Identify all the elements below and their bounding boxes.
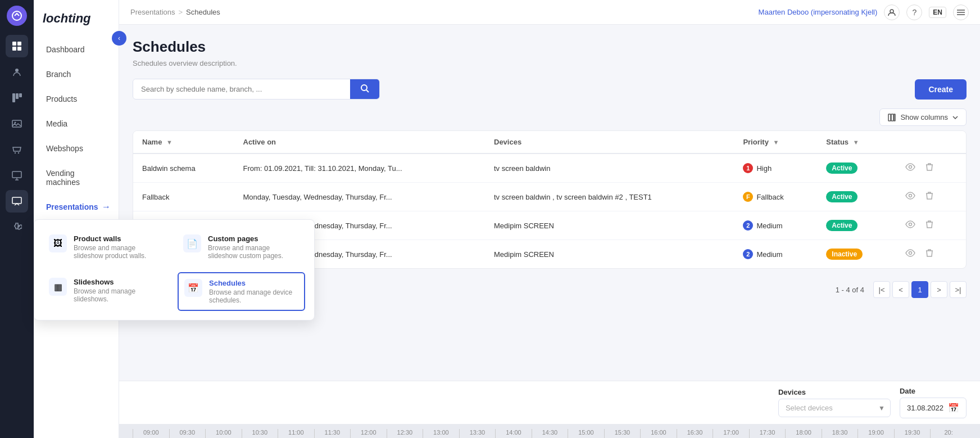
svg-point-5 <box>15 69 19 72</box>
menu-item-custom-pages[interactable]: 📄 Custom pages Browse and manage slidesh… <box>178 229 305 265</box>
sidebar-item-products[interactable]: Products <box>37 87 115 111</box>
cell-name-0: Baldwin schema <box>133 153 234 183</box>
svg-point-0 <box>12 11 21 20</box>
language-selector[interactable]: EN <box>929 7 946 18</box>
calendar-icon[interactable]: 📅 <box>948 403 959 413</box>
nav-icon-presentation[interactable] <box>6 190 28 213</box>
menu-desc-schedules: Browse and manage device schedules. <box>209 288 298 304</box>
cell-priority-3: 2 Medium <box>734 240 817 269</box>
view-button-2[interactable] <box>903 219 918 232</box>
status-badge-0: Active <box>826 162 858 174</box>
nav-icon-dashboard[interactable] <box>6 35 28 57</box>
view-button-1[interactable] <box>903 191 918 203</box>
name-filter-icon[interactable]: ▼ <box>166 139 173 146</box>
col-name[interactable]: Name ▼ <box>133 131 234 153</box>
priority-dot-indicator-2: 2 <box>743 220 753 231</box>
menu-icon[interactable] <box>953 4 969 20</box>
cell-priority-0: 1 High <box>734 153 817 183</box>
cell-devices-3: Medipim SCREEN <box>485 240 734 269</box>
cell-name-1: Fallback <box>133 183 234 211</box>
timeline-mark: 09:30 <box>169 429 206 438</box>
sidebar-item-vending-machines[interactable]: Vending machines <box>37 161 115 195</box>
sidebar-item-dashboard[interactable]: Dashboard <box>37 37 115 62</box>
page-last-button[interactable]: >| <box>950 281 967 298</box>
show-columns-row: Show columns <box>133 109 967 126</box>
breadcrumb-separator: > <box>179 8 183 16</box>
sidebar-item-presentations[interactable]: Presentations → <box>37 195 115 219</box>
page-first-button[interactable]: |< <box>873 281 890 298</box>
cell-actions-2 <box>894 211 966 240</box>
timeline-mark: 13:30 <box>459 429 496 438</box>
sidebar-item-branch[interactable]: Branch <box>37 62 115 87</box>
topbar-right: Maarten Deboo (impersonating Kjell) ? EN <box>759 4 969 20</box>
delete-button-0[interactable] <box>923 161 936 175</box>
delete-button-2[interactable] <box>923 219 936 232</box>
priority-dot-2: 2 Medium <box>743 220 782 231</box>
timeline-mark: 10:00 <box>205 429 242 438</box>
priority-filter-icon[interactable]: ▼ <box>773 139 779 146</box>
date-input-wrapper[interactable]: 31.08.2022 📅 <box>900 398 967 418</box>
nav-icon-puzzle[interactable] <box>6 216 28 238</box>
col-priority[interactable]: Priority ▼ <box>734 131 817 153</box>
view-button-0[interactable] <box>903 162 918 174</box>
menu-desc-product-walls: Browse and manage slideshow product wall… <box>74 244 165 260</box>
search-button[interactable] <box>350 79 379 99</box>
menu-icon-custom-pages: 📄 <box>183 234 201 252</box>
svg-point-11 <box>15 152 16 153</box>
nav-icon-person[interactable] <box>6 61 28 83</box>
sidebar-item-media[interactable]: Media <box>37 111 115 136</box>
svg-rect-6 <box>12 93 15 102</box>
pagination-info: 1 - 4 of 4 <box>836 286 864 294</box>
user-impersonation[interactable]: Maarten Deboo (impersonating Kjell) <box>759 8 878 16</box>
collapse-button[interactable]: ‹ <box>112 31 126 46</box>
page-area: Schedules Schedules overview description… <box>119 25 980 381</box>
topbar: Presentations > Schedules Maarten Deboo … <box>119 0 980 25</box>
user-avatar-icon[interactable] <box>884 4 900 20</box>
timeline-mark: 19:00 <box>858 429 894 438</box>
view-button-3[interactable] <box>903 248 918 260</box>
status-filter-icon[interactable]: ▼ <box>853 139 859 146</box>
cell-actions-0 <box>894 153 966 183</box>
table-row: Fallback Monday, Tuesday, Wednesday, Thu… <box>133 183 966 211</box>
devices-select[interactable]: Select devices <box>778 399 891 417</box>
page-prev-button[interactable]: < <box>892 281 909 298</box>
show-columns-button[interactable]: Show columns <box>879 109 967 126</box>
menu-item-product-walls[interactable]: 🖼 Product walls Browse and manage slides… <box>43 229 171 265</box>
svg-rect-8 <box>19 93 22 97</box>
timeline-mark: 15:30 <box>604 429 641 438</box>
nav-icon-image[interactable] <box>6 112 28 135</box>
row-actions-2 <box>903 219 957 232</box>
help-icon[interactable]: ? <box>906 4 922 20</box>
page-description: Schedules overview description. <box>133 59 967 67</box>
svg-rect-13 <box>12 171 21 178</box>
status-badge-3: Inactive <box>826 249 863 260</box>
presentations-dropdown: 🖼 Product walls Browse and manage slides… <box>34 219 315 320</box>
page-next-button[interactable]: > <box>931 281 947 298</box>
svg-rect-9 <box>12 120 21 127</box>
delete-button-3[interactable] <box>923 247 936 261</box>
breadcrumb-parent[interactable]: Presentations <box>130 8 175 16</box>
priority-dot-indicator-1: F <box>743 192 753 202</box>
col-devices: Devices <box>485 131 734 153</box>
devices-select-wrapper: Select devices ▼ <box>778 399 891 417</box>
sidebar-item-webshops[interactable]: Webshops <box>37 136 115 161</box>
nav-icon-monitor[interactable] <box>6 164 28 187</box>
create-button[interactable]: Create <box>915 79 967 100</box>
menu-text-schedules: Schedules Browse and manage device sched… <box>209 279 298 304</box>
menu-item-slideshows[interactable]: ▦ Slideshows Browse and manage slideshow… <box>43 272 171 311</box>
search-box <box>133 79 380 100</box>
col-status[interactable]: Status ▼ <box>817 131 894 153</box>
row-actions-3 <box>903 247 957 261</box>
status-badge-2: Active <box>826 220 858 231</box>
delete-button-1[interactable] <box>923 190 936 204</box>
devices-control: Devices Select devices ▼ <box>778 388 891 417</box>
menu-desc-custom-pages: Browse and manage slideshow custom pages… <box>208 244 300 260</box>
page-title: Schedules <box>133 38 967 56</box>
cell-devices-2: Medipim SCREEN <box>485 211 734 240</box>
nav-icon-shop[interactable] <box>6 138 28 161</box>
search-input[interactable] <box>133 79 350 99</box>
nav-icon-grid[interactable] <box>6 87 28 109</box>
menu-item-schedules[interactable]: 📅 Schedules Browse and manage device sch… <box>178 272 305 311</box>
page-1-button[interactable]: 1 <box>911 281 928 298</box>
cell-active-on-1: Monday, Tuesday, Wednesday, Thursday, Fr… <box>234 183 486 211</box>
